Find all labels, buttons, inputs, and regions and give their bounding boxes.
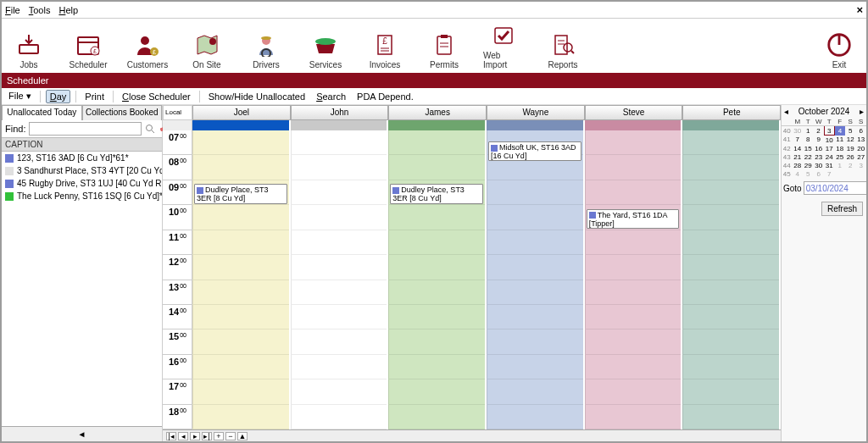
close-icon[interactable]: × bbox=[856, 3, 863, 16]
toolbar-drivers[interactable]: Drivers bbox=[246, 31, 287, 69]
appointment[interactable]: The Yard, ST16 1DA [Tipper] bbox=[587, 209, 680, 230]
calendar-day[interactable]: 9 bbox=[814, 136, 825, 145]
day-column-steve[interactable]: The Yard, ST16 1DA [Tipper] bbox=[585, 130, 682, 429]
job-list-item[interactable]: The Luck Penny, ST16 1SQ [6 Cu Yd]*53* bbox=[2, 190, 162, 202]
calendar-day[interactable]: 4 bbox=[835, 126, 846, 136]
appointment[interactable]: Dudley Place, ST3 3ER [8 Cu Yd] bbox=[194, 184, 287, 204]
calendar-day[interactable]: 19 bbox=[845, 144, 856, 152]
job-list-item[interactable]: 123, ST16 3AD [6 Cu Yd]*61* bbox=[2, 152, 162, 164]
scroll-left-icon[interactable]: ◄ bbox=[78, 429, 86, 439]
refresh-button[interactable]: Refresh bbox=[821, 202, 863, 216]
calendar-day[interactable]: 18 bbox=[835, 144, 846, 152]
calendar-day[interactable]: 7 bbox=[793, 136, 804, 145]
calendar-day[interactable]: 24 bbox=[824, 152, 835, 161]
submenu-day[interactable]: Day bbox=[46, 90, 71, 103]
menu-help[interactable]: Help bbox=[58, 5, 78, 15]
submenu-showhide[interactable]: Show/Hide Unallocated bbox=[205, 91, 309, 102]
calendar-day[interactable]: 22 bbox=[803, 152, 814, 161]
calendar-day[interactable]: 10 bbox=[824, 136, 835, 145]
calendar-day[interactable]: 30 bbox=[793, 126, 804, 136]
calendar-day[interactable]: 5 bbox=[803, 169, 814, 178]
tab-collections[interactable]: Collections Booked bbox=[82, 105, 163, 120]
cal-next[interactable]: ▸ bbox=[860, 107, 864, 116]
submenu-pda[interactable]: PDA Depend. bbox=[351, 91, 417, 102]
column-header[interactable]: Steve bbox=[585, 105, 683, 120]
day-column-pete[interactable] bbox=[682, 130, 779, 429]
toolbar-services[interactable]: Services bbox=[305, 31, 346, 69]
toolbar-permits[interactable]: Permits bbox=[424, 31, 465, 69]
calendar-day[interactable] bbox=[856, 169, 867, 178]
column-header[interactable]: Pete bbox=[682, 105, 781, 120]
toolbar-invoices[interactable]: £Invoices bbox=[364, 31, 405, 69]
calendar-day[interactable]: 1 bbox=[835, 161, 846, 169]
calendar-day[interactable]: 6 bbox=[814, 169, 825, 178]
toolbar-scheduler[interactable]: £Scheduler bbox=[68, 31, 108, 69]
goto-input[interactable] bbox=[804, 181, 866, 195]
calendar-day[interactable]: 26 bbox=[845, 152, 856, 161]
column-header[interactable]: John bbox=[291, 105, 389, 120]
calendar-day[interactable]: 5 bbox=[845, 126, 856, 136]
calendar-day[interactable]: 20 bbox=[856, 144, 867, 152]
toolbar-exit[interactable]: Exit bbox=[819, 31, 860, 69]
calendar-day[interactable]: 13 bbox=[856, 136, 867, 145]
nav-prev[interactable]: ◂ bbox=[178, 432, 188, 440]
calendar-day[interactable]: 25 bbox=[835, 152, 846, 161]
day-column-wayne[interactable]: Midsoft UK, ST16 3AD [16 Cu Yd] bbox=[487, 130, 583, 429]
toolbar-jobs[interactable]: Jobs bbox=[8, 31, 49, 69]
submenu-close[interactable]: Close Scheduler bbox=[119, 91, 194, 102]
column-header[interactable]: Joel bbox=[192, 105, 291, 120]
day-column-james[interactable]: Dudley Place, ST3 3ER [8 Cu Yd] bbox=[388, 130, 485, 429]
calendar-day[interactable]: 14 bbox=[793, 144, 804, 152]
cal-prev[interactable]: ◂ bbox=[784, 107, 788, 116]
calendar-day[interactable]: 27 bbox=[856, 152, 867, 161]
column-header[interactable]: James bbox=[388, 105, 487, 120]
nav-last[interactable]: ▸| bbox=[202, 432, 212, 440]
job-list-item[interactable]: 3 Sandhurst Place, ST3 4YT [20 Cu Yd Ro … bbox=[2, 164, 162, 177]
calendar-day[interactable] bbox=[835, 169, 846, 178]
calendar-day[interactable]: 31 bbox=[824, 161, 835, 169]
mini-calendar[interactable]: MTWTFSS403012345641789101112134214151617… bbox=[782, 117, 866, 178]
calendar-day[interactable]: 6 bbox=[856, 126, 867, 136]
toolbar-reports[interactable]: Reports bbox=[542, 31, 583, 69]
day-column-joel[interactable]: Dudley Place, ST3 3ER [8 Cu Yd] bbox=[192, 130, 289, 429]
submenu-file[interactable]: File ▾ bbox=[5, 90, 35, 102]
nav-edit[interactable]: ▲ bbox=[237, 432, 248, 440]
submenu-search[interactable]: Search bbox=[310, 91, 349, 102]
calendar-day[interactable]: 11 bbox=[835, 136, 846, 145]
menu-file[interactable]: File bbox=[5, 5, 20, 15]
calendar-day[interactable]: 12 bbox=[845, 136, 856, 145]
menu-tools[interactable]: Tools bbox=[29, 5, 51, 15]
calendar-day[interactable]: 29 bbox=[803, 161, 814, 169]
calendar-day[interactable]: 21 bbox=[793, 152, 804, 161]
calendar-day[interactable]: 17 bbox=[824, 144, 835, 152]
nav-add[interactable]: + bbox=[214, 432, 224, 440]
calendar-day[interactable]: 7 bbox=[824, 169, 835, 178]
nav-next[interactable]: ▸ bbox=[190, 432, 200, 440]
calendar-day[interactable]: 1 bbox=[803, 126, 814, 136]
calendar-day[interactable]: 4 bbox=[793, 169, 804, 178]
tab-unallocated[interactable]: Unallocated Today bbox=[2, 105, 82, 120]
job-list-item[interactable]: 45 Rugby Drive, ST3 1UJ [40 Cu Yd Ro Ro]… bbox=[2, 177, 162, 190]
day-column-john[interactable] bbox=[291, 130, 387, 429]
calendar-day[interactable]: 8 bbox=[803, 136, 814, 145]
calendar-day[interactable]: 2 bbox=[845, 161, 856, 169]
calendar-day[interactable] bbox=[845, 169, 856, 178]
nav-first[interactable]: |◂ bbox=[166, 432, 176, 440]
toolbar-web-import[interactable]: Web Import bbox=[483, 22, 524, 69]
calendar-day[interactable]: 3 bbox=[824, 126, 835, 136]
calendar-day[interactable]: 16 bbox=[814, 144, 825, 152]
submenu-print[interactable]: Print bbox=[81, 91, 108, 102]
appointment[interactable]: Midsoft UK, ST16 3AD [16 Cu Yd] bbox=[488, 141, 581, 162]
column-header[interactable]: Wayne bbox=[487, 105, 585, 120]
calendar-day[interactable]: 3 bbox=[856, 161, 867, 169]
search-icon[interactable] bbox=[145, 123, 155, 135]
toolbar-on-site[interactable]: On Site bbox=[186, 31, 227, 69]
calendar-day[interactable]: 28 bbox=[793, 161, 804, 169]
calendar-day[interactable]: 30 bbox=[814, 161, 825, 169]
appointment[interactable]: Dudley Place, ST3 3ER [8 Cu Yd] bbox=[390, 184, 483, 204]
calendar-day[interactable]: 15 bbox=[803, 144, 814, 152]
nav-del[interactable]: − bbox=[225, 432, 236, 440]
calendar-day[interactable]: 23 bbox=[814, 152, 825, 161]
calendar-day[interactable]: 2 bbox=[814, 126, 825, 136]
find-input[interactable] bbox=[29, 122, 142, 136]
